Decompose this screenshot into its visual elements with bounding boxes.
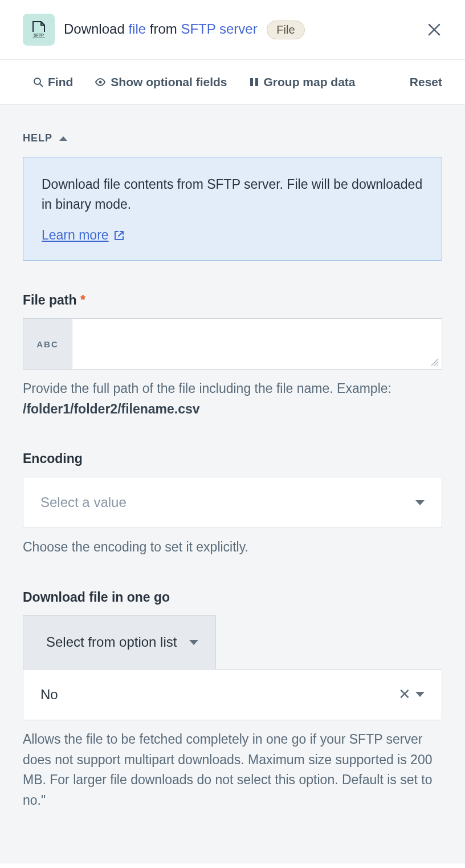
- reset-button[interactable]: Reset: [410, 75, 442, 89]
- show-optional-label: Show optional fields: [111, 75, 227, 89]
- download-one-go-value: No: [40, 687, 394, 703]
- title-text-pre: Download: [64, 21, 128, 36]
- close-button[interactable]: [426, 22, 442, 38]
- group-icon: [249, 77, 259, 87]
- encoding-placeholder: Select a value: [40, 494, 415, 510]
- file-path-label: File path *: [23, 293, 442, 308]
- svg-rect-5: [255, 78, 258, 86]
- sftp-app-icon: SFTP: [23, 14, 55, 46]
- reset-label: Reset: [410, 75, 442, 89]
- form-body: HELP Download file contents from SFTP se…: [0, 105, 465, 863]
- learn-more-link[interactable]: Learn more: [42, 228, 125, 243]
- help-heading: HELP: [23, 132, 52, 144]
- download-one-go-select[interactable]: No ✕: [23, 669, 442, 720]
- encoding-label: Encoding: [23, 451, 442, 467]
- help-box: Download file contents from SFTP server.…: [23, 157, 442, 261]
- svg-rect-4: [250, 78, 253, 86]
- field-encoding: Encoding Select a value Choose the encod…: [23, 451, 442, 558]
- panel-header: SFTP Download file from SFTP server File: [0, 0, 465, 59]
- group-map-button[interactable]: Group map data: [249, 75, 356, 89]
- file-path-input[interactable]: [72, 319, 442, 369]
- download-one-go-label: Download file in one go: [23, 590, 442, 605]
- encoding-hint: Choose the encoding to set it explicitly…: [23, 537, 442, 558]
- title-text-mid: from: [146, 21, 181, 36]
- download-one-go-hint: Allows the file to be fetched completely…: [23, 729, 442, 811]
- panel-title: Download file from SFTP server File: [64, 21, 417, 39]
- file-path-hint: Provide the full path of the file includ…: [23, 379, 442, 419]
- find-label: Find: [48, 75, 73, 89]
- clear-icon[interactable]: ✕: [394, 686, 415, 703]
- file-path-input-row: ABC: [23, 318, 442, 370]
- svg-text:SFTP: SFTP: [34, 33, 44, 37]
- encoding-select[interactable]: Select a value: [23, 477, 442, 528]
- option-list-tab-label: Select from option list: [46, 634, 177, 650]
- type-badge-text: ABC: [23, 319, 72, 369]
- search-icon: [33, 77, 43, 87]
- learn-more-label: Learn more: [42, 228, 109, 243]
- chevron-up-icon: [59, 136, 67, 141]
- title-link-server[interactable]: SFTP server: [181, 21, 257, 36]
- field-file-path: File path * ABC Provide the full path of…: [23, 293, 442, 419]
- show-optional-button[interactable]: Show optional fields: [95, 75, 227, 89]
- resize-grip-icon[interactable]: [430, 358, 439, 367]
- caret-down-icon: [189, 640, 198, 645]
- toolbar: Find Show optional fields Group map data…: [0, 59, 465, 105]
- help-toggle[interactable]: HELP: [23, 132, 442, 144]
- find-button[interactable]: Find: [33, 75, 73, 89]
- help-text: Download file contents from SFTP server.…: [42, 175, 423, 214]
- external-link-icon: [113, 230, 125, 241]
- caret-down-icon: [415, 692, 425, 697]
- field-download-one-go: Download file in one go Select from opti…: [23, 590, 442, 811]
- group-map-label: Group map data: [264, 75, 356, 89]
- svg-point-3: [99, 81, 102, 84]
- option-list-tab[interactable]: Select from option list: [23, 615, 216, 669]
- title-link-file[interactable]: file: [128, 21, 146, 36]
- caret-down-icon: [415, 500, 425, 505]
- eye-icon: [95, 77, 106, 87]
- output-type-badge: File: [267, 21, 304, 39]
- required-marker: *: [80, 293, 85, 307]
